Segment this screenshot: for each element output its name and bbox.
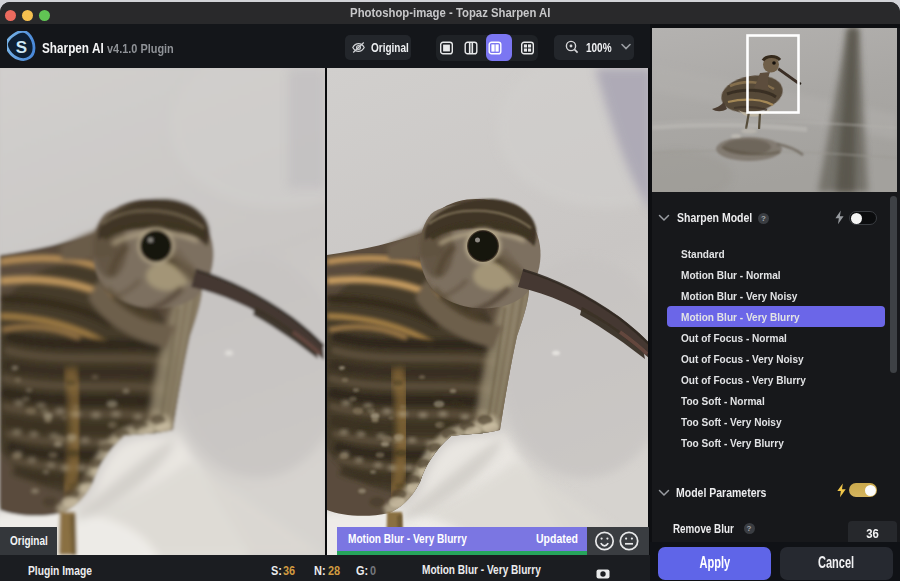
svg-text:S: S xyxy=(16,38,27,57)
